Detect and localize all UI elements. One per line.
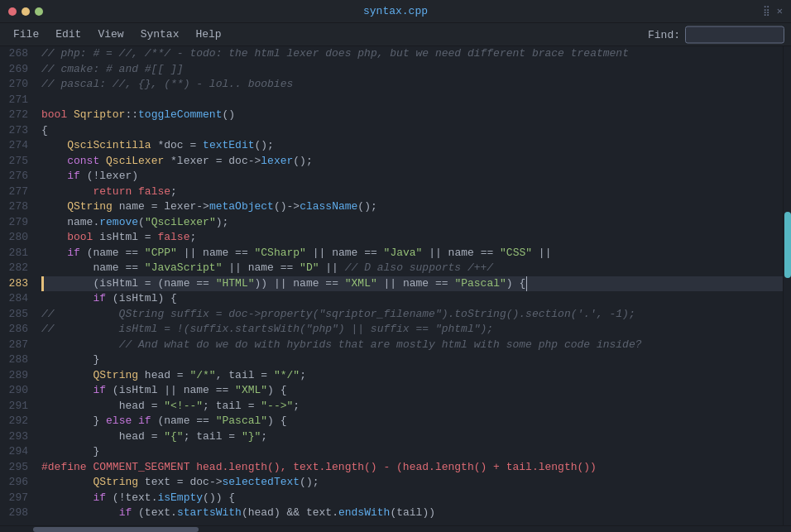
code-line-286: // isHtml = !(suffix.startsWith("php") |… [41, 322, 783, 338]
code-line-289: QString head = "/*", tail = "*/"; [41, 368, 783, 384]
code-token: name [332, 246, 364, 261]
menu-view[interactable]: View [91, 26, 130, 42]
code-token: . [151, 491, 158, 506]
line-num: 290 [7, 383, 28, 399]
code-token: QString [67, 199, 118, 215]
code-token: = [177, 475, 190, 491]
code-token: = [151, 429, 165, 445]
code-token: ( [138, 506, 145, 521]
window-controls[interactable] [8, 7, 43, 16]
code-token: lexer [261, 154, 293, 170]
close-icon[interactable]: ✕ [777, 5, 783, 17]
code-token: { [41, 123, 48, 139]
code-token: = [189, 138, 203, 154]
code-token: Sqriptor [74, 108, 125, 123]
code-token: * [170, 154, 177, 170]
menu-file[interactable]: File [7, 26, 46, 42]
code-token: doc [228, 154, 247, 170]
code-area[interactable]: // php: # = //, /**/ - todo: the html le… [38, 46, 783, 525]
code-token: false [138, 185, 170, 200]
code-token: head [119, 429, 151, 445]
code-token: "<!--" [164, 399, 203, 415]
code-token: "Pascal" [454, 276, 506, 292]
code-token: bool [67, 230, 99, 246]
code-token: head [119, 399, 151, 415]
maximize-button[interactable] [35, 7, 43, 16]
window-action-buttons[interactable]: ⣿ ✕ [763, 5, 783, 17]
code-token: } [93, 352, 99, 368]
code-token: = [177, 368, 190, 384]
line-num: 285 [7, 307, 28, 323]
code-token [41, 93, 48, 108]
menu-edit[interactable]: Edit [49, 26, 88, 42]
close-button[interactable] [8, 7, 17, 16]
code-token: . [93, 215, 99, 231]
minimize-button[interactable] [22, 7, 30, 16]
code-token: (); [293, 154, 312, 170]
editor: 268 269 270 271 272 273 274 275 276 277 … [0, 46, 791, 525]
code-token: "{" [164, 429, 183, 445]
line-num: 275 [7, 154, 28, 170]
line-numbers: 268 269 270 271 272 273 274 275 276 277 … [0, 46, 38, 525]
code-token: return [93, 185, 138, 200]
code-token: name [203, 246, 235, 261]
code-token: className [300, 199, 357, 215]
code-token: = [228, 429, 242, 445]
code-line-273: { [41, 123, 783, 139]
horizontal-scrollbar[interactable] [0, 525, 791, 532]
code-token: :: [125, 108, 138, 123]
code-token: () [274, 199, 287, 215]
code-token: "}" [242, 429, 261, 445]
vertical-scrollbar[interactable] [783, 46, 791, 525]
code-line-270: // pascal: //, {}, (**) - lol.. boobies [41, 77, 783, 93]
code-token: if [93, 291, 112, 307]
code-token: ); [216, 215, 229, 231]
code-token: } [93, 414, 106, 429]
code-token: isHtml [99, 276, 145, 292]
code-token: if [67, 169, 86, 185]
code-token: || [306, 246, 332, 261]
line-num: 286 [7, 322, 28, 338]
code-token: == [364, 246, 383, 261]
code-token: if [93, 383, 112, 399]
code-token: bool [41, 108, 74, 123]
line-num: 279 [7, 215, 28, 231]
code-token: ; [203, 399, 216, 415]
code-line-287: // And what do we do with hybrids that a… [41, 338, 783, 353]
code-line-298: if (text.startsWith(head) && text.endsWi… [41, 506, 783, 521]
code-token: || [377, 276, 403, 292]
code-token: || [532, 246, 551, 261]
code-token: name [119, 199, 151, 215]
code-token: false [157, 230, 189, 246]
code-token: ( [157, 414, 164, 429]
menu-help[interactable]: Help [189, 26, 228, 42]
code-token: ) { [506, 276, 525, 292]
code-token: #define COMMENT_SEGMENT head.length(), t… [41, 460, 597, 476]
code-token: doc [189, 475, 209, 491]
code-token: (); [300, 475, 319, 491]
grid-icon[interactable]: ⣿ [763, 5, 770, 17]
code-token: ; [300, 368, 306, 384]
code-line-292: } else if (name == "Pascal") { [41, 414, 783, 429]
code-line-288: } [41, 352, 783, 368]
menu-syntax[interactable]: Syntax [134, 26, 186, 42]
code-token: isHtml [99, 230, 145, 246]
code-token: ( [113, 291, 119, 307]
line-num: 298 [7, 506, 28, 521]
line-num: 289 [7, 368, 28, 384]
code-token: (); [357, 199, 376, 215]
code-token: // And what do we do with hybrids that a… [119, 338, 642, 353]
horizontal-scrollbar-thumb[interactable] [33, 527, 199, 532]
code-token: name [164, 276, 196, 292]
code-token: name [67, 215, 93, 231]
scrollbar-thumb[interactable] [784, 212, 791, 278]
code-token: "*/" [274, 368, 300, 384]
code-token: selectedText [222, 475, 300, 491]
code-token: == [435, 276, 454, 292]
code-token: // cmake: # and #[[ ]] [41, 62, 184, 78]
code-token: == [196, 276, 215, 292]
code-token: ( [113, 383, 119, 399]
code-line-285: // QString suffix = doc->property("sqrip… [41, 307, 783, 323]
gutter-marker [41, 276, 44, 292]
find-input[interactable] [685, 26, 784, 43]
